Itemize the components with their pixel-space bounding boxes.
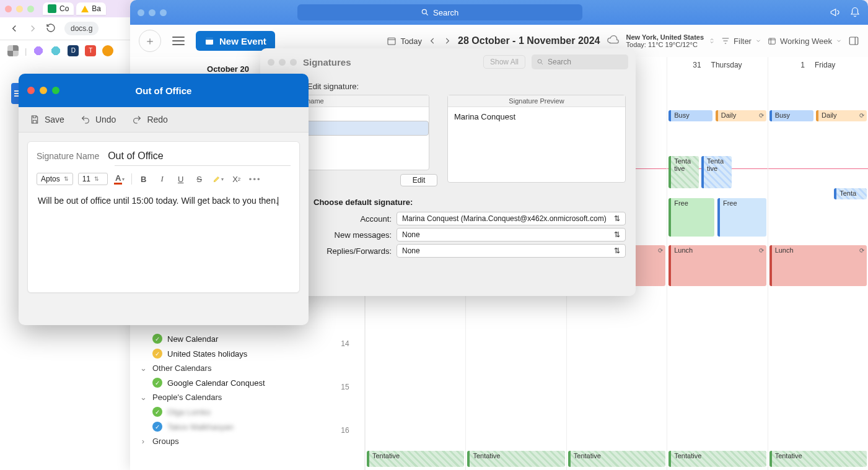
event-tentative[interactable]: Tentative [701,156,731,188]
event-tentative[interactable]: Tentative [769,451,867,467]
event-busy[interactable]: Busy [669,110,712,121]
check-icon: ✓ [152,334,162,344]
calendar-item-new[interactable]: ✓New Calendar [130,331,326,346]
minimize-icon[interactable] [40,87,47,94]
calendar-label: Takov Malkhasyan [167,422,234,432]
undo-button[interactable]: Undo [81,115,116,124]
app-traffic-lights[interactable] [138,9,167,16]
browser-tab-sheets[interactable]: Co [43,2,74,15]
bookmark-icon[interactable]: D [68,45,79,56]
undo-icon [81,115,90,124]
event-tentative[interactable]: Tentative [669,156,698,188]
sidebar-toggle[interactable] [172,37,185,45]
select-arrows-icon: ⇅ [64,176,69,182]
replies-select[interactable]: None⇅ [397,244,626,258]
forward-icon[interactable] [27,23,38,34]
font-size-select[interactable]: 11 ⇅ [78,173,108,185]
italic-button[interactable]: I [156,172,169,186]
event-lunch[interactable]: Lunch⟳ [669,245,766,286]
bookmark-icon[interactable] [33,45,44,56]
event-free[interactable]: Free [717,198,766,237]
event-tentative[interactable]: Tentative [669,451,766,467]
view-dropdown[interactable]: Working Week [768,37,842,46]
svg-rect-5 [849,37,858,45]
event-daily[interactable]: Daily⟳ [816,110,867,121]
bold-button[interactable]: B [137,172,151,186]
event-daily[interactable]: Daily⟳ [716,110,766,121]
redo-button[interactable]: Redo [132,115,167,124]
day-column[interactable]: Busy Daily⟳ Tentative Tentative Free Fre… [667,73,767,470]
next-week-icon[interactable] [443,37,452,45]
font-color-button[interactable]: A▾ [113,172,126,186]
today-label: Today [400,37,422,46]
bell-icon[interactable] [849,7,861,18]
calendar-group-groups[interactable]: ›Groups [130,434,326,448]
more-formatting-button[interactable]: ••• [248,172,262,186]
preview-body: Marina Conquest [448,107,625,126]
preview-header: Signature Preview [448,95,625,107]
event-tentative[interactable]: Tentative [467,451,564,467]
today-button[interactable]: Today [387,36,422,46]
calendar-item-us-holidays[interactable]: ✓United States holidays [130,346,326,361]
show-all-button[interactable]: Show All [483,55,525,69]
prev-week-icon[interactable] [428,37,437,45]
underline-button[interactable]: U [174,172,188,186]
event-free[interactable]: Free [669,198,714,237]
signatures-search[interactable]: Search [532,54,628,69]
calendar-group-other[interactable]: ⌄Other Calendars [130,361,326,375]
reload-icon[interactable] [46,23,57,34]
back-icon[interactable] [9,23,20,34]
ooo-titlebar: Out of Office [19,74,309,107]
save-label: Save [45,115,64,124]
view-label: Working Week [780,37,832,46]
signature-body-editor[interactable]: Will be out of office until 15:00 today.… [37,192,291,286]
panel-toggle-icon[interactable] [848,35,859,46]
close-icon[interactable] [27,87,35,94]
recurring-icon: ⟳ [759,112,764,119]
sheets-icon [48,4,56,13]
weather-icon[interactable] [607,34,620,48]
calendar-item-person[interactable]: ✓Takov Malkhasyan [130,419,326,434]
add-tab-button[interactable]: ＋ [139,30,161,52]
event-lunch[interactable]: Lunch⟳ [769,245,867,286]
megaphone-icon[interactable] [830,7,841,18]
weather-block[interactable]: New York, United States Today: 11°C 19°C… [626,33,716,48]
browser-tab-drive[interactable]: Ba [76,2,106,15]
group-label: Other Calendars [152,363,211,373]
day-header: 1Friday [768,57,868,73]
filter-dropdown[interactable]: Filter [721,37,761,46]
sig-traffic-lights[interactable] [268,59,297,66]
filter-label: Filter [734,37,752,46]
global-search[interactable]: Search [297,4,582,20]
event-tentative[interactable]: Tentative [568,451,665,467]
svg-rect-2 [206,38,213,40]
calendar-item-person[interactable]: ✓Olga Lomko [130,404,326,419]
edit-signature-button[interactable]: Edit [400,174,437,186]
ooo-traffic-lights[interactable] [27,87,59,94]
event-tentative[interactable]: Tenta [834,188,867,199]
bookmark-icon[interactable] [102,45,113,56]
account-select[interactable]: Marina Conquest (Marina.Conquest@x462x.o… [397,212,626,225]
font-family-select[interactable]: Aptos ⇅ [37,173,73,185]
highlight-button[interactable]: ▾ [211,172,225,186]
bookmark-icon[interactable] [50,45,61,56]
calendar-item-google[interactable]: ✓Google Calendar Conquest [130,375,326,390]
day-column[interactable]: Busy Daily⟳ Tenta Lunch⟳ Tentative [768,73,868,470]
superscript-button[interactable]: X2 [230,172,243,186]
weather-stepper-icon[interactable] [709,36,715,46]
zoom-icon[interactable] [52,87,59,94]
signature-name-input[interactable]: Out of Office [108,150,164,162]
url-display[interactable]: docs.g [64,22,99,35]
bookmark-icon[interactable]: T [85,45,96,56]
strikethrough-button[interactable]: S [193,172,206,186]
svg-point-0 [422,9,426,14]
tab-label: Ba [92,4,101,13]
save-button[interactable]: Save [30,115,64,124]
date-range-label[interactable]: 28 October - 1 November 2024 [458,35,600,46]
event-tentative[interactable]: Tentative [367,451,464,467]
newmsg-select[interactable]: None⇅ [397,228,626,242]
apps-grid-icon[interactable] [7,45,19,56]
chevron-right-icon: › [139,437,147,446]
event-busy[interactable]: Busy [769,110,813,121]
calendar-group-people[interactable]: ⌄People's Calendars [130,390,326,404]
